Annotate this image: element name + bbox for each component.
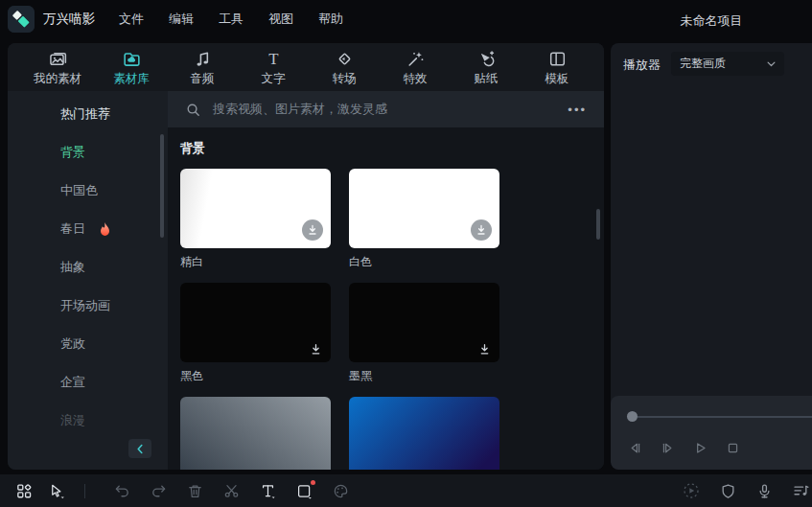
swatch-cell: 黑色 (180, 283, 331, 383)
tab-label: 文字 (262, 72, 286, 85)
swatch-label: 黑色 (180, 368, 331, 383)
menu-edit[interactable]: 编辑 (156, 0, 206, 38)
sidebar-item-label: 背景 (60, 144, 85, 161)
svg-text:T: T (268, 50, 278, 68)
chevron-down-icon (767, 61, 776, 67)
stock-library-icon (122, 49, 142, 69)
download-icon[interactable] (302, 219, 323, 241)
library-tabstrip: 我的素材 素材库 音频 T (8, 43, 604, 91)
content-scrollbar[interactable] (596, 209, 600, 240)
tab-label: 模板 (545, 72, 569, 85)
sidebar-item-abstract[interactable]: 抽象 (8, 248, 168, 287)
tab-label: 我的素材 (34, 72, 81, 85)
sidebar-collapse-button[interactable] (128, 439, 151, 458)
delete-icon[interactable] (186, 482, 204, 500)
swatch-heise[interactable] (180, 283, 331, 362)
more-options-button[interactable]: ••• (568, 103, 587, 117)
sidebar-item-background[interactable]: 背景 (8, 133, 168, 172)
menu-tools[interactable]: 工具 (206, 0, 256, 38)
next-frame-icon[interactable] (660, 440, 676, 456)
sidebar-item-opening[interactable]: 开场动画 (8, 287, 168, 325)
seek-handle[interactable] (627, 411, 638, 422)
sidebar-item-label: 开场动画 (60, 297, 110, 314)
sidebar-scrollbar[interactable] (160, 134, 164, 238)
swatch-blue-gradient[interactable] (349, 397, 499, 470)
search-placeholder: 搜索视频、图片素材，激发灵感 (213, 101, 387, 118)
render-preview-icon[interactable] (682, 481, 701, 500)
swatch-cell: 墨黑 (349, 283, 499, 383)
sidebar-item-label: 抽象 (60, 259, 85, 276)
swatch-mohei[interactable] (349, 283, 499, 362)
color-palette-icon[interactable] (332, 482, 350, 500)
menu-bar: 万兴喵影 文件 编辑 工具 视图 帮助 未命名项目 (0, 0, 812, 38)
audio-icon (193, 49, 213, 69)
sidebar-item-party[interactable]: 党政 (8, 325, 168, 363)
quality-dropdown[interactable]: 完整画质 (671, 52, 784, 76)
library-content: 搜索视频、图片素材，激发灵感 ••• 背景 精白 (168, 91, 604, 470)
stop-icon[interactable] (725, 440, 741, 456)
tab-text[interactable]: T 文字 (238, 49, 309, 85)
tab-transitions[interactable]: 转场 (309, 49, 380, 85)
effects-icon (406, 49, 426, 69)
app-logo-icon[interactable] (8, 6, 35, 33)
player-controls (611, 396, 812, 470)
toolbar-divider (84, 484, 85, 498)
sidebar-item-label: 热门推荐 (60, 105, 110, 123)
sidebar-item-spring[interactable]: 春日 (8, 210, 168, 248)
my-media-icon (48, 49, 68, 69)
menu-help[interactable]: 帮助 (306, 0, 356, 38)
tab-label: 贴纸 (475, 72, 499, 85)
cursor-select-icon[interactable] (48, 482, 66, 500)
sidebar-item-romantic[interactable]: 浪漫 (8, 402, 168, 440)
text-tool-icon[interactable] (259, 482, 277, 500)
player-panel: 播放器 完整画质 (611, 43, 812, 470)
redo-icon[interactable] (150, 482, 168, 500)
sticker-icon (476, 49, 497, 69)
microphone-icon[interactable] (755, 482, 774, 500)
crop-icon[interactable] (295, 482, 313, 500)
tab-label: 特效 (404, 72, 428, 85)
previous-frame-icon[interactable] (627, 440, 643, 456)
tab-label: 音频 (191, 72, 215, 85)
tab-audio[interactable]: 音频 (167, 49, 238, 85)
sidebar-item-corporate[interactable]: 企宣 (8, 363, 168, 402)
player-title: 播放器 (623, 57, 661, 74)
seek-bar[interactable] (634, 416, 812, 418)
play-icon[interactable] (692, 440, 708, 456)
swatch-label: 墨黑 (349, 368, 499, 383)
search-input[interactable]: 搜索视频、图片素材，激发灵感 (185, 101, 568, 118)
swatch-label: 精白 (180, 254, 331, 269)
chevron-left-icon (136, 444, 144, 454)
swatch-jingbai[interactable] (180, 169, 331, 248)
swatch-gray-gradient[interactable] (180, 397, 331, 470)
download-icon[interactable] (310, 343, 322, 356)
transition-icon (335, 49, 355, 69)
tab-effects[interactable]: 特效 (380, 49, 451, 85)
tab-stickers[interactable]: 贴纸 (451, 49, 522, 85)
media-manager-icon[interactable] (15, 482, 34, 500)
swatch-cell: 精白 (180, 169, 331, 269)
shield-icon[interactable] (719, 482, 737, 500)
template-icon (547, 49, 568, 69)
tab-my-media[interactable]: 我的素材 (19, 49, 96, 85)
timeline-toolbar (0, 474, 812, 507)
tab-stock-library[interactable]: 素材库 (96, 49, 167, 85)
menu-file[interactable]: 文件 (106, 0, 156, 38)
swatch-cell (180, 397, 331, 470)
menu-view[interactable]: 视图 (256, 0, 306, 38)
sidebar-item-label: 企宣 (60, 374, 85, 391)
swatch-cell (349, 397, 499, 470)
cut-icon[interactable] (222, 482, 241, 500)
sidebar-item-hot[interactable]: 热门推荐 (8, 95, 168, 133)
sidebar-item-china-colors[interactable]: 中国色 (8, 172, 168, 210)
notification-dot (311, 480, 315, 485)
download-icon[interactable] (478, 343, 491, 356)
audio-mixer-icon[interactable] (792, 482, 810, 500)
download-icon[interactable] (471, 219, 492, 241)
swatch-baise[interactable] (349, 169, 499, 248)
tab-templates[interactable]: 模板 (522, 49, 592, 85)
quality-selected: 完整画质 (680, 56, 726, 72)
undo-icon[interactable] (113, 482, 131, 500)
flame-icon (99, 222, 111, 237)
tab-label: 转场 (333, 72, 357, 85)
